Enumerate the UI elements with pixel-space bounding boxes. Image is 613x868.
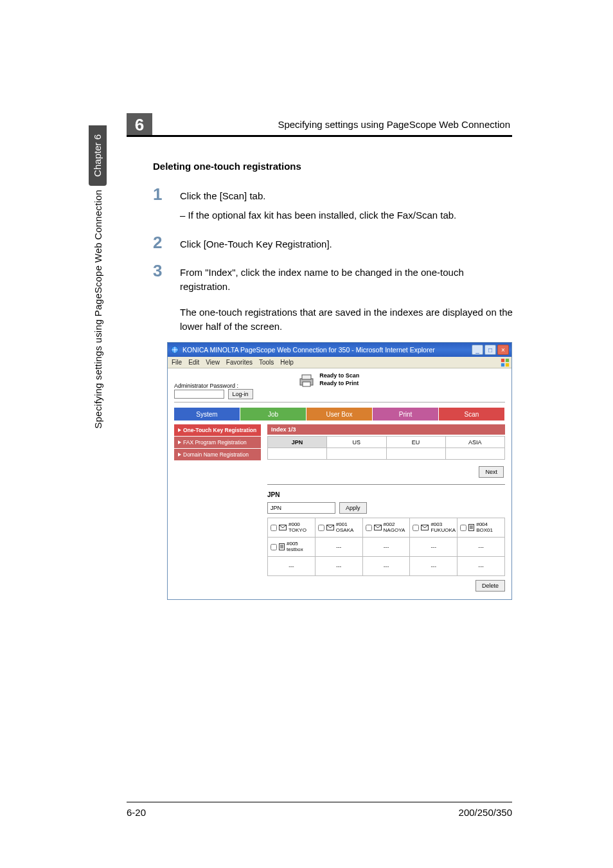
group-name-input[interactable] — [267, 502, 335, 514]
step-text: Click [One-Touch Key Registration]. — [180, 234, 332, 251]
index-label: Index 1/3 — [267, 424, 505, 435]
tab-job[interactable]: Job — [240, 408, 306, 420]
side-tab: Chapter 6 Specifying settings using Page… — [89, 125, 107, 429]
apply-button[interactable]: Apply — [339, 502, 367, 514]
svg-rect-7 — [303, 382, 310, 386]
entry-empty: --- — [410, 538, 458, 557]
windows-logo-icon — [501, 358, 510, 367]
nav-one-touch[interactable]: One-Touch Key Registration — [174, 424, 261, 437]
nav-fax-program[interactable]: FAX Program Registration — [174, 437, 261, 449]
svg-rect-4 — [506, 363, 509, 366]
index-tab-eu[interactable]: EU — [386, 437, 445, 448]
mail-icon — [421, 525, 429, 530]
entry-cell: #005testbox — [268, 538, 315, 557]
menu-tools[interactable]: Tools — [259, 359, 274, 366]
document-icon — [279, 543, 285, 550]
index-cell-empty[interactable] — [268, 448, 327, 460]
menu-file[interactable]: File — [172, 359, 182, 366]
model-number: 200/250/350 — [459, 807, 512, 818]
entry-checkbox[interactable] — [366, 525, 372, 531]
login-button[interactable]: Log-in — [228, 389, 253, 399]
svg-rect-2 — [506, 359, 509, 362]
delete-button[interactable]: Delete — [475, 580, 505, 592]
status-print: Ready to Print — [319, 380, 359, 388]
svg-rect-1 — [501, 359, 504, 362]
page-header: Administrator Password : Log-in Ready to… — [174, 372, 505, 402]
index-tab-asia[interactable]: ASIA — [445, 437, 504, 448]
entry-empty: --- — [410, 557, 458, 576]
tab-print[interactable]: Print — [373, 408, 439, 420]
page-body: Administrator Password : Log-in Ready to… — [168, 368, 511, 599]
step-3: 3 From "Index", click the index name to … — [153, 262, 513, 294]
entry-empty: --- — [458, 557, 505, 576]
menu-edit[interactable]: Edit — [188, 359, 199, 366]
status-lines: Ready to Scan Ready to Print — [319, 372, 359, 387]
close-button[interactable]: × — [497, 345, 509, 355]
index-cell-empty[interactable] — [327, 448, 386, 460]
entry-checkbox[interactable] — [460, 525, 466, 531]
entry-empty: --- — [268, 557, 315, 576]
page-footer: 6-20 200/250/350 — [127, 802, 512, 818]
svg-rect-6 — [302, 375, 311, 379]
browser-menubar: File Edit View Favorites Tools Help — [168, 357, 511, 368]
entry-checkbox[interactable] — [413, 525, 419, 531]
entry-checkbox[interactable] — [271, 544, 277, 550]
entry-cell: #000TOKYO — [268, 518, 315, 538]
main-tabs: System Job User Box Print Scan — [174, 408, 505, 420]
entry-checkbox[interactable] — [318, 525, 324, 531]
svg-rect-3 — [501, 363, 504, 366]
step-sub: If the optional fax kit has been install… — [180, 208, 456, 222]
index-cell-empty[interactable] — [445, 448, 504, 460]
index-cell-empty[interactable] — [386, 448, 445, 460]
entry-cell: #002NAGOYA — [362, 518, 410, 538]
main-area: One-Touch Key Registration FAX Program R… — [174, 424, 505, 592]
step-text: Click the [Scan] tab. — [180, 190, 265, 201]
step-2: 2 Click [One-Touch Key Registration]. — [153, 234, 513, 251]
entry-cell: #003FUKUOKA — [410, 518, 458, 538]
main-content: Deleting one-touch registrations 1 Click… — [153, 161, 513, 600]
ie-icon — [170, 345, 179, 354]
tab-system[interactable]: System — [174, 408, 240, 420]
triangle-icon — [178, 428, 181, 432]
step-number: 1 — [153, 186, 180, 203]
step-text: From "Index", click the index name to be… — [180, 262, 513, 294]
menu-view[interactable]: View — [206, 359, 220, 366]
side-text: Specifying settings using PageScope Web … — [93, 190, 103, 429]
window-title: KONICA MINOLTA PageScope Web Connection … — [182, 346, 472, 354]
entries-table: #000TOKYO #001OSAKA #002NAGOYA #003FUKUO… — [267, 518, 505, 576]
index-table: JPN US EU ASIA — [267, 436, 505, 460]
minimize-button[interactable]: _ — [472, 345, 483, 355]
menu-favorites[interactable]: Favorites — [226, 359, 253, 366]
step-result: The one-touch registrations that are sav… — [180, 305, 513, 334]
tab-scan[interactable]: Scan — [439, 408, 505, 420]
admin-password-input[interactable] — [174, 390, 224, 399]
admin-label: Administrator Password : — [174, 383, 285, 389]
device-status: Ready to Scan Ready to Print — [298, 372, 359, 389]
chapter-badge: Chapter 6 — [89, 125, 107, 186]
window-buttons: _ □ × — [472, 345, 509, 355]
chapter-number: 6 — [127, 113, 152, 136]
triangle-icon — [178, 440, 181, 444]
printer-icon — [298, 372, 315, 389]
window-titlebar: KONICA MINOLTA PageScope Web Connection … — [168, 343, 511, 357]
page-number: 6-20 — [127, 807, 146, 818]
mail-icon — [374, 525, 382, 530]
nav-domain-name[interactable]: Domain Name Registration — [174, 449, 261, 461]
right-pane: Index 1/3 JPN US EU ASIA — [263, 424, 505, 592]
entry-empty: --- — [362, 538, 410, 557]
screenshot-window: KONICA MINOLTA PageScope Web Connection … — [167, 342, 512, 600]
index-tab-jpn[interactable]: JPN — [268, 437, 327, 448]
next-button[interactable]: Next — [479, 466, 504, 478]
maximize-button[interactable]: □ — [484, 345, 496, 355]
triangle-icon — [178, 453, 181, 457]
step-number: 2 — [153, 234, 180, 251]
admin-password-row: Administrator Password : Log-in — [174, 383, 285, 399]
group-label: JPN — [267, 491, 505, 498]
tab-userbox[interactable]: User Box — [306, 408, 373, 420]
entry-empty: --- — [315, 557, 362, 576]
entry-checkbox[interactable] — [271, 525, 277, 531]
step-body: Click the [Scan] tab. If the optional fa… — [180, 186, 456, 222]
menu-help[interactable]: Help — [280, 359, 294, 366]
index-tab-us[interactable]: US — [327, 437, 386, 448]
mail-icon — [326, 525, 334, 530]
